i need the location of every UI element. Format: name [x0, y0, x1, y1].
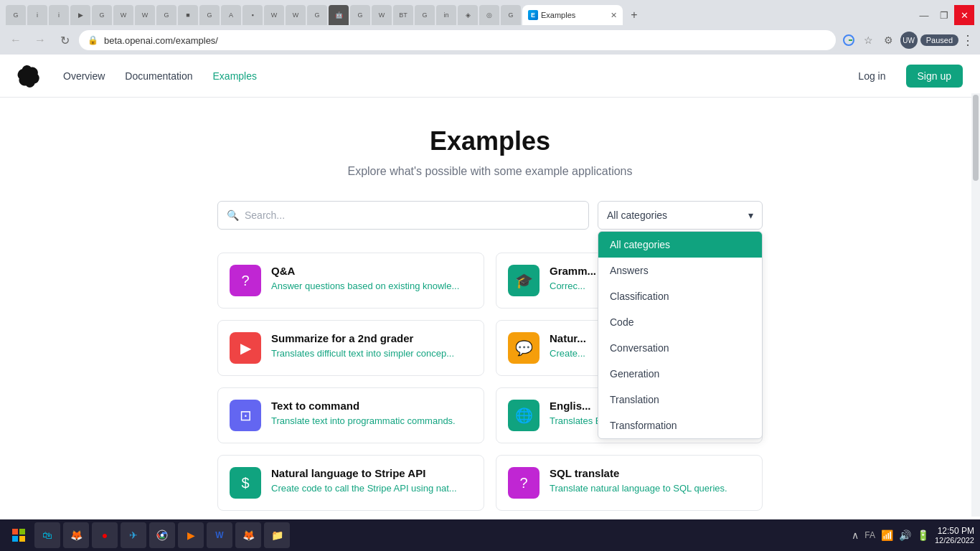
card-icon-sql-translate: ?	[508, 467, 540, 499]
tab-favicon: E	[528, 10, 538, 20]
card-desc-text-command: Translate text into programmatic command…	[271, 415, 472, 428]
new-tab-button[interactable]: +	[624, 5, 644, 25]
category-option-code[interactable]: Code	[598, 309, 762, 335]
tab-9[interactable]: ■	[178, 5, 198, 25]
profile-avatar: UW	[900, 32, 918, 49]
category-option-translation[interactable]: Translation	[598, 387, 762, 413]
tab-close-button[interactable]: ✕	[611, 11, 617, 20]
taskbar-firefox2[interactable]: 🦊	[235, 522, 261, 525]
scrollbar-thumb[interactable]	[973, 95, 979, 181]
card-icon-qa: ?	[230, 265, 261, 296]
main-content: Examples Explore what's possible with so…	[0, 98, 980, 525]
paused-label: Paused	[926, 36, 953, 44]
tab-11[interactable]: A	[221, 5, 241, 25]
minimize-button[interactable]: —	[914, 5, 934, 25]
card-content-qa: Q&A Answer questions based on existing k…	[271, 265, 472, 293]
signup-button[interactable]: Sign up	[906, 65, 963, 88]
tab-23[interactable]: ◎	[479, 5, 499, 25]
forward-button[interactable]: →	[30, 30, 50, 50]
active-tab[interactable]: E Examples ✕	[522, 5, 623, 25]
address-bar[interactable]: 🔒 beta.openai.com/examples/	[79, 30, 836, 50]
tab-24[interactable]: G	[501, 5, 521, 25]
bookmark-button[interactable]: ☆	[860, 32, 877, 49]
category-option-conversation[interactable]: Conversation	[598, 335, 762, 361]
taskbar-files[interactable]: 📁	[264, 522, 290, 525]
tab-8[interactable]: G	[156, 5, 176, 25]
nav-overview[interactable]: Overview	[63, 70, 105, 82]
scrollbar[interactable]	[971, 93, 980, 517]
taskbar-app3[interactable]: ●	[92, 522, 118, 525]
tab-6[interactable]: W	[113, 5, 133, 25]
category-option-transformation[interactable]: Transformation	[598, 413, 762, 438]
openai-nav: Overview Documentation Examples Log in S…	[0, 55, 980, 98]
card-title-sql-translate: SQL translate	[550, 467, 750, 479]
taskbar-telegram[interactable]: ✈	[121, 522, 146, 525]
nav-examples[interactable]: Examples	[213, 70, 257, 82]
tab-15[interactable]: G	[307, 5, 327, 25]
search-input[interactable]	[245, 209, 580, 221]
extension-button[interactable]: ⚙	[880, 32, 897, 49]
card-desc-sql-translate: Translate natural language to SQL querie…	[550, 482, 750, 495]
tab-19[interactable]: BT	[393, 5, 413, 25]
tab-10[interactable]: G	[199, 5, 220, 25]
tab-13[interactable]: W	[264, 5, 284, 25]
tab-22[interactable]: ◈	[458, 5, 478, 25]
card-stripe-api[interactable]: $ Natural language to Stripe API Create …	[217, 455, 484, 511]
lock-icon: 🔒	[88, 35, 98, 45]
tab-20[interactable]: G	[415, 5, 435, 25]
close-button[interactable]: ✕	[954, 5, 974, 25]
category-selected-label: All categories	[607, 209, 667, 221]
card-qa[interactable]: ? Q&A Answer questions based on existing…	[217, 253, 484, 309]
tab-16[interactable]: 🤖	[329, 5, 349, 25]
browser-menu-button[interactable]: ⋮	[961, 32, 974, 48]
category-dropdown-trigger[interactable]: All categories ▾	[598, 201, 763, 230]
category-dropdown-container: All categories ▾ All categories Answers …	[598, 201, 763, 230]
tab-17[interactable]: G	[350, 5, 370, 25]
tab-18[interactable]: W	[372, 5, 392, 25]
category-option-generation[interactable]: Generation	[598, 361, 762, 387]
tab-14[interactable]: W	[286, 5, 306, 25]
profile-button[interactable]: UW	[900, 32, 918, 49]
search-box: 🔍	[217, 201, 589, 230]
category-option-answers[interactable]: Answers	[598, 258, 762, 283]
nav-documentation[interactable]: Documentation	[125, 70, 192, 82]
card-text-command[interactable]: ⊡ Text to command Translate text into pr…	[217, 387, 484, 443]
tab-21[interactable]: in	[436, 5, 456, 25]
card-desc-summarize: Translates difficult text into simpler c…	[271, 347, 472, 360]
tab-2[interactable]: i	[27, 5, 47, 25]
window-controls: — ❐ ✕	[914, 5, 974, 25]
tab-12[interactable]: ▪	[242, 5, 263, 25]
card-icon-english: 🌐	[508, 400, 540, 431]
card-title-summarize: Summarize for a 2nd grader	[271, 332, 472, 344]
card-content-summarize: Summarize for a 2nd grader Translates di…	[271, 332, 472, 360]
taskbar-word[interactable]: W	[207, 522, 232, 525]
card-icon-stripe-api: $	[230, 467, 261, 499]
maximize-button[interactable]: ❐	[934, 5, 954, 25]
card-sql-translate[interactable]: ? SQL translate Translate natural langua…	[496, 455, 763, 511]
page-title: Examples	[14, 126, 966, 156]
login-button[interactable]: Log in	[847, 65, 897, 88]
start-button[interactable]	[6, 522, 32, 525]
card-content-sql-translate: SQL translate Translate natural language…	[550, 467, 750, 495]
tab-5[interactable]: G	[92, 5, 112, 25]
reload-button[interactable]: ↻	[55, 30, 75, 50]
tab-1[interactable]: G	[6, 5, 26, 25]
address-bar-row: ← → ↻ 🔒 beta.openai.com/examples/ ☆ ⚙ UW…	[0, 26, 980, 55]
card-summarize[interactable]: ▶ Summarize for a 2nd grader Translates …	[217, 320, 484, 376]
taskbar-store[interactable]: 🛍	[34, 522, 60, 525]
back-button[interactable]: ←	[6, 30, 26, 50]
taskbar-video[interactable]: ▶	[178, 522, 204, 525]
taskbar-chrome[interactable]	[149, 522, 175, 525]
category-option-classification[interactable]: Classification	[598, 283, 762, 309]
search-icon: 🔍	[227, 209, 239, 221]
paused-button[interactable]: Paused	[920, 34, 958, 46]
tab-4[interactable]: ▶	[70, 5, 90, 25]
tab-7[interactable]: W	[135, 5, 155, 25]
url-text: beta.openai.com/examples/	[104, 35, 827, 46]
google-icon[interactable]	[840, 32, 857, 49]
category-option-all[interactable]: All categories	[598, 232, 762, 258]
card-content-text-command: Text to command Translate text into prog…	[271, 400, 472, 428]
tab-3[interactable]: i	[49, 5, 69, 25]
card-desc-qa: Answer questions based on existing knowl…	[271, 280, 472, 293]
taskbar-firefox[interactable]: 🦊	[63, 522, 89, 525]
